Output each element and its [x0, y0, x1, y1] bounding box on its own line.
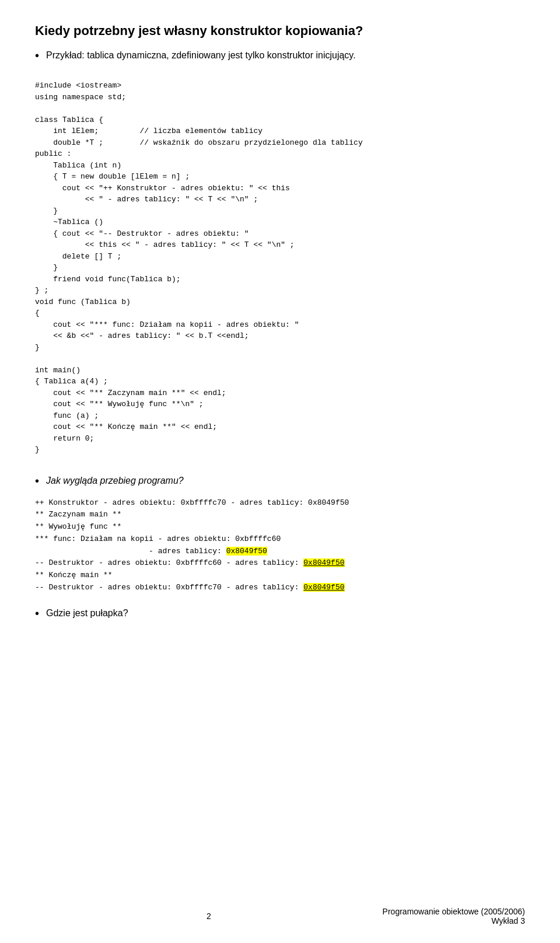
footer-course: Programowanie obiektowe (2005/2006) — [383, 907, 525, 916]
bullet-dot-3: • — [35, 607, 39, 620]
output-block: ++ Konstruktor - adres obiektu: 0xbffffc… — [35, 497, 525, 594]
highlight-3: 0x8049f50 — [303, 583, 344, 592]
bullet-text-3: Gdzie jest pułapka? — [46, 608, 128, 619]
bullet-dot-1: • — [35, 49, 39, 62]
footer-right: Programowanie obiektowe (2005/2006) Wykł… — [383, 907, 525, 925]
output-line1: ++ Konstruktor - adres obiektu: 0xbffffc… — [35, 498, 349, 592]
highlight-1: 0x8049f50 — [226, 547, 267, 556]
bullet-text-2: Jak wygląda przebieg programu? — [46, 476, 184, 486]
bullet-item-3: • Gdzie jest pułapka? — [35, 608, 525, 620]
footer-lecture: Wykład 3 — [383, 916, 525, 925]
code-block: #include <iostream> using namespace std;… — [35, 74, 525, 462]
page: Kiedy potrzebny jest własny konstruktor … — [0, 0, 560, 943]
footer-page-number: 2 — [206, 911, 211, 921]
bullet-text-1: Przykład: tablica dynamiczna, zdefiniowa… — [46, 50, 356, 61]
page-heading: Kiedy potrzebny jest własny konstruktor … — [35, 23, 525, 39]
bullet-dot-2: • — [35, 474, 39, 488]
bullet-item-1: • Przykład: tablica dynamiczna, zdefinio… — [35, 50, 525, 62]
footer: 2 Programowanie obiektowe (2005/2006) Wy… — [0, 907, 560, 925]
highlight-2: 0x8049f50 — [303, 558, 344, 567]
bullet-item-2: • Jak wygląda przebieg programu? — [35, 476, 525, 488]
